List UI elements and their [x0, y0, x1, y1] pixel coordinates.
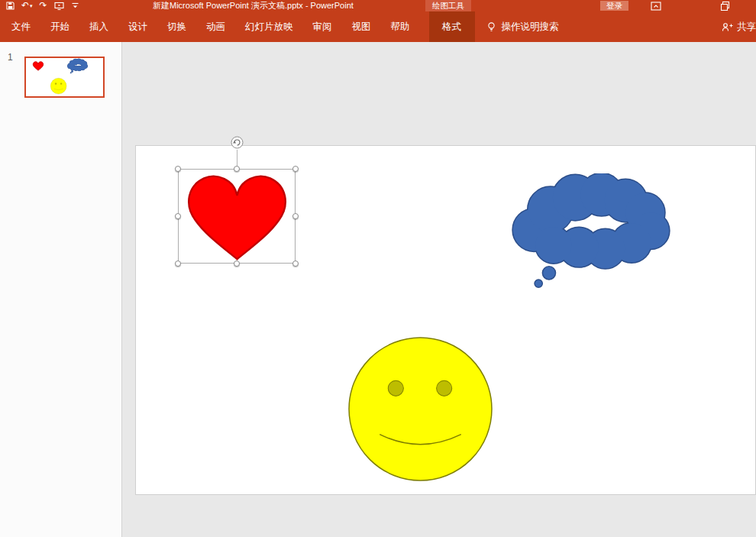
- share-button[interactable]: 共享: [716, 11, 756, 42]
- window-title: 新建Microsoft PowerPoint 演示文稿.pptx - Power…: [153, 0, 354, 11]
- titlebar: ↶ ▾ ↷ 新建Microsoft PowerPoint 演示文稿.p: [0, 0, 756, 11]
- undo-button[interactable]: ↶ ▾: [21, 0, 33, 11]
- powerpoint-window: ↶ ▾ ↷ 新建Microsoft PowerPoint 演示文稿.p: [0, 0, 756, 537]
- tab-insert[interactable]: 插入: [79, 11, 118, 42]
- redo-button[interactable]: ↷: [40, 0, 47, 11]
- tab-animations[interactable]: 动画: [196, 11, 235, 42]
- redo-icon: ↷: [40, 0, 47, 11]
- tell-me-label: 操作说明搜索: [502, 11, 559, 42]
- drawing-tools-contextual-header: 绘图工具: [425, 0, 471, 11]
- selection-handle-ne[interactable]: [292, 166, 299, 172]
- tab-review[interactable]: 审阅: [303, 11, 342, 42]
- start-slideshow-button[interactable]: [54, 2, 64, 11]
- thumbnail-preview: [26, 58, 103, 96]
- tell-me-search[interactable]: 操作说明搜索: [486, 11, 559, 42]
- selection-handle-e[interactable]: [292, 213, 299, 219]
- tab-help[interactable]: 帮助: [381, 11, 420, 42]
- selection-handle-w[interactable]: [175, 213, 181, 219]
- tab-view[interactable]: 视图: [342, 11, 381, 42]
- smiley-face-shape[interactable]: [347, 336, 493, 482]
- rotation-handle-line: [237, 150, 237, 167]
- tab-file[interactable]: 文件: [2, 11, 40, 42]
- tab-format-active[interactable]: 格式: [429, 11, 475, 42]
- tab-slideshow[interactable]: 幻灯片放映: [235, 11, 303, 42]
- ribbon-tab-bar: 文件 开始 插入 设计 切换 动画 幻灯片放映 审阅 视图 帮助 格式 操作说明…: [0, 11, 756, 42]
- selection-handle-se[interactable]: [292, 260, 299, 267]
- save-icon: [6, 2, 15, 10]
- slide-thumbnail-panel: 1: [0, 42, 122, 537]
- rotation-handle[interactable]: [231, 136, 244, 149]
- lightbulb-icon: [486, 21, 497, 33]
- slide[interactable]: [135, 145, 756, 495]
- selection-handle-sw[interactable]: [175, 260, 181, 267]
- slide-1-thumbnail[interactable]: [24, 57, 105, 98]
- tab-design[interactable]: 设计: [118, 11, 157, 42]
- undo-dropdown-icon[interactable]: ▾: [30, 0, 33, 11]
- customize-qat-icon: [71, 2, 79, 10]
- ribbon-display-options-button[interactable]: [650, 1, 662, 11]
- rotate-icon: [231, 136, 244, 149]
- slideshow-icon: [54, 2, 64, 11]
- tab-home[interactable]: 开始: [40, 11, 79, 42]
- heart-shape[interactable]: [179, 171, 295, 262]
- slide-number: 1: [8, 52, 13, 63]
- ribbon-display-options-icon: [651, 2, 661, 11]
- sign-in-button[interactable]: 登录: [600, 1, 628, 11]
- undo-icon: ↶: [21, 0, 29, 11]
- tab-transitions[interactable]: 切换: [157, 11, 196, 42]
- selection-handle-nw[interactable]: [175, 166, 181, 172]
- heart-selection-box: [178, 169, 296, 264]
- quick-access-toolbar: ↶ ▾ ↷: [6, 0, 79, 11]
- editing-canvas[interactable]: [123, 42, 756, 537]
- save-button[interactable]: [6, 2, 15, 10]
- restore-window-icon: [720, 1, 730, 11]
- customize-qat-button[interactable]: [71, 2, 79, 10]
- selection-handle-n[interactable]: [234, 166, 240, 172]
- share-person-icon: [722, 22, 733, 32]
- restore-window-button[interactable]: [719, 1, 731, 11]
- share-label: 共享: [737, 11, 756, 42]
- selection-handle-s[interactable]: [234, 260, 240, 267]
- cloud-callout-shape[interactable]: [504, 173, 677, 288]
